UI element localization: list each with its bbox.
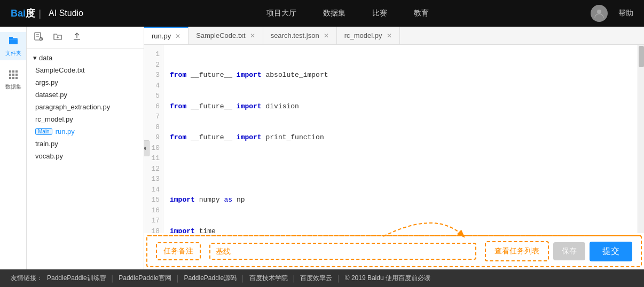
dataset-icon [8,69,19,82]
footer-link-paddleofficial[interactable]: PaddlePaddle官网 [119,274,171,283]
right-actions: 查看任务列表 保存 提交 [485,241,632,261]
tab-runpy-label: run.py [152,32,171,40]
collapse-panel-arrow[interactable]: ◄ [144,140,150,156]
view-tasks-button[interactable]: 查看任务列表 [485,241,549,261]
footer-copyright: © 2019 Baidu 使用百度前必读 [345,274,430,283]
logo-area: Bai度| AI Studio [11,7,83,20]
sidebar-item-files[interactable]: 文件夹 [0,32,26,60]
tree-item-paragraph[interactable]: paragraph_extraction.py [27,101,144,113]
tab-searchtestjson[interactable]: search.test.json ✕ [263,27,337,44]
line-numbers: 12345 678910 1112131415 1617181920 21222… [144,45,163,233]
tab-rcmodel-close[interactable]: ✕ [387,32,392,39]
scrollbar-thumb [639,46,644,67]
tab-samplecode-label: SampleCode.txt [196,31,246,39]
task-note-label: 任务备注 [156,242,201,260]
upload-button[interactable] [70,31,83,44]
file-tree-content: ▾ data SampleCode.txt args.py dataset.py… [27,49,144,269]
file-tree-toolbar [27,27,144,49]
svg-rect-9 [9,77,11,79]
svg-rect-8 [15,74,18,76]
sidebar-item-datasets-label: 数据集 [5,83,21,91]
bottom-panel: 任务备注 查看任务列表 保存 提交 [146,235,642,267]
code-container: 12345 678910 1112131415 1617181920 21222… [144,45,644,233]
baseline-input[interactable] [209,243,476,260]
run-filename: run.py [56,127,75,135]
footer-prefix: 友情链接： [11,274,43,283]
tab-searchtestjson-close[interactable]: ✕ [324,32,329,39]
editor-tabs: run.py ✕ SampleCode.txt ✕ search.test.js… [144,27,644,45]
svg-rect-3 [9,70,11,73]
tree-item-samplecode[interactable]: SampleCode.txt [27,64,144,76]
tab-searchtestjson-label: search.test.json [271,31,319,39]
logo-aistudio: AI Studio [49,9,83,18]
main-badge: Main [35,128,52,135]
folder-arrow-icon: ▾ [33,54,37,62]
nav-menu: 项目大厅 数据集 比赛 教育 [105,9,591,18]
nav-item-education[interactable]: 教育 [414,9,429,18]
svg-rect-5 [15,70,18,73]
scrollbar-right[interactable] [638,45,644,233]
tab-rcmodel[interactable]: rc_model.py ✕ [337,27,400,44]
svg-rect-6 [9,74,11,76]
tree-item-vocab[interactable]: vocab.py [27,150,144,162]
svg-rect-7 [12,74,14,76]
avatar[interactable] [591,5,608,22]
tree-item-dataset[interactable]: dataset.py [27,89,144,101]
file-tree: ▾ data SampleCode.txt args.py dataset.py… [27,27,144,269]
footer-link-efficiency[interactable]: 百度效率云 [300,274,332,283]
nav-item-projects[interactable]: 项目大厅 [266,9,296,18]
nav-item-competition[interactable]: 比赛 [372,9,387,18]
nav-right: 帮助 [591,5,633,22]
tab-samplecode-close[interactable]: ✕ [250,32,255,39]
tab-runpy[interactable]: run.py ✕ [144,27,189,44]
footer-link-techacademy[interactable]: 百度技术学院 [249,274,288,283]
tab-runpy-close[interactable]: ✕ [175,33,180,40]
top-navigation: Bai度| AI Studio 项目大厅 数据集 比赛 教育 帮助 [0,0,644,27]
logo-baidu: Bai度| [11,7,44,20]
new-folder-button[interactable] [51,31,64,44]
submit-button[interactable]: 提交 [590,242,632,261]
help-link[interactable]: 帮助 [618,9,633,18]
svg-rect-10 [12,77,14,79]
footer: 友情链接： PaddlePaddle训练营 │ PaddlePaddle官网 │… [0,269,644,287]
tab-rcmodel-label: rc_model.py [344,31,382,39]
svg-point-0 [597,10,601,14]
sidebar-icons: 文件夹 数据集 [0,27,27,269]
sidebar-item-datasets[interactable]: 数据集 [0,66,26,94]
svg-rect-2 [9,37,13,39]
svg-rect-11 [15,77,18,79]
folder-data[interactable]: ▾ data [27,52,144,64]
tree-item-rcmodel[interactable]: rc_model.py [27,113,144,125]
code-lines[interactable]: from __future__ import absolute_import f… [163,45,638,233]
tree-item-argspy[interactable]: args.py [27,76,144,89]
footer-link-paddlecamp[interactable]: PaddlePaddle训练营 [47,274,106,283]
tree-item-train[interactable]: train.py [27,138,144,150]
tree-item-runpy[interactable]: Main run.py [27,125,144,138]
sidebar-item-files-label: 文件夹 [5,50,21,57]
folder-icon [8,35,19,49]
nav-item-datasets[interactable]: 数据集 [323,9,345,18]
tab-samplecode[interactable]: SampleCode.txt ✕ [189,27,263,44]
save-button[interactable]: 保存 [553,242,585,260]
main-area: 文件夹 数据集 [0,27,644,269]
new-file-button[interactable] [32,31,45,44]
editor-area: ◄ run.py ✕ SampleCode.txt ✕ search.test.… [144,27,644,269]
svg-rect-4 [12,70,14,73]
footer-link-paddlesrc[interactable]: PaddlePaddle源码 [184,274,237,283]
